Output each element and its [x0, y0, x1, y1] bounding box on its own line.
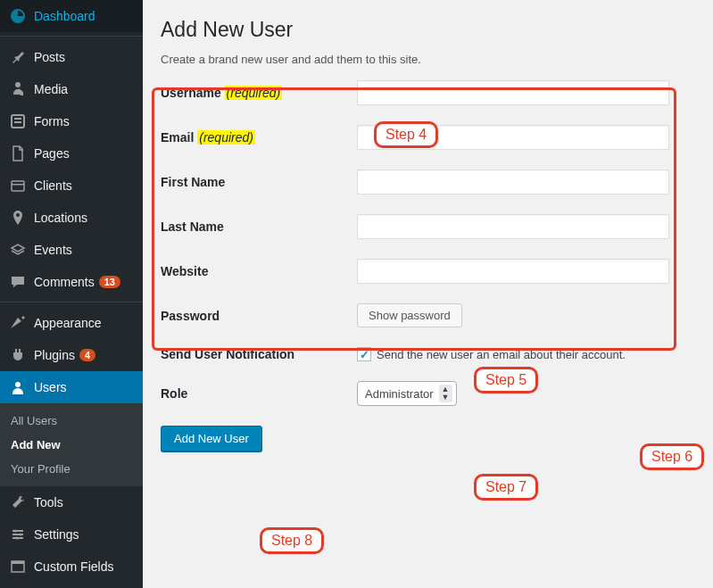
- firstname-label: First Name: [161, 175, 357, 189]
- website-label: Website: [161, 264, 357, 278]
- comment-icon: [9, 273, 27, 291]
- sidebar-label: Tools: [34, 495, 63, 509]
- tools-icon: [9, 493, 27, 511]
- email-label: Email (required): [161, 130, 357, 145]
- sidebar-label: Locations: [34, 211, 87, 225]
- email-input[interactable]: [357, 125, 669, 150]
- sidebar-item-locations[interactable]: Locations: [0, 202, 143, 234]
- pin-icon: [9, 48, 27, 66]
- user-form: Username (required) Email (required) Fir…: [161, 80, 695, 451]
- role-label: Role: [161, 386, 357, 401]
- show-password-button[interactable]: Show password: [357, 303, 462, 327]
- submenu-all-users[interactable]: All Users: [0, 409, 143, 433]
- svg-rect-13: [12, 561, 24, 564]
- sidebar-label: Users: [34, 380, 67, 394]
- lastname-label: Last Name: [161, 219, 357, 234]
- media-icon: [9, 80, 27, 98]
- firstname-input[interactable]: [357, 170, 669, 195]
- sidebar-item-tools[interactable]: Tools: [0, 486, 143, 518]
- sidebar-item-posts[interactable]: Posts: [0, 41, 143, 73]
- sidebar-item-clients[interactable]: Clients: [0, 170, 143, 202]
- forms-icon: [9, 112, 27, 130]
- sidebar-item-plugins[interactable]: Plugins 4: [0, 339, 143, 371]
- username-label: Username (required): [161, 86, 357, 100]
- add-new-user-button[interactable]: Add New User: [161, 426, 262, 451]
- comments-badge: 13: [99, 276, 120, 288]
- notification-checkbox[interactable]: ✓: [357, 347, 371, 361]
- svg-point-5: [15, 382, 21, 387]
- sidebar-label: Forms: [34, 114, 70, 128]
- submenu-your-profile[interactable]: Your Profile: [0, 457, 143, 481]
- label-text: Username: [161, 86, 221, 100]
- sidebar-label: Pages: [34, 146, 70, 161]
- plugins-badge: 4: [79, 349, 95, 361]
- required-badge: (required): [197, 130, 255, 145]
- svg-rect-3: [12, 181, 24, 191]
- sidebar-label: Posts: [34, 50, 65, 64]
- active-pointer: [143, 380, 151, 394]
- sidebar-label: Appearance: [34, 316, 102, 330]
- notification-label: Send User Notification: [161, 347, 357, 361]
- svg-point-11: [16, 537, 19, 540]
- website-input[interactable]: [357, 259, 669, 284]
- select-arrows-icon: ▲▼: [439, 385, 452, 402]
- role-value: Administrator: [365, 387, 434, 401]
- svg-rect-1: [14, 118, 21, 120]
- sidebar-label: Dashboard: [34, 9, 95, 23]
- sidebar-label: Media: [34, 82, 68, 96]
- role-select[interactable]: Administrator ▲▼: [357, 381, 457, 406]
- password-label: Password: [161, 309, 357, 323]
- svg-rect-2: [14, 121, 21, 123]
- sidebar-label: Settings: [34, 527, 79, 542]
- sidebar-label: Comments: [34, 275, 95, 289]
- sidebar-item-users[interactable]: Users: [0, 371, 143, 403]
- svg-rect-4: [12, 184, 24, 186]
- sidebar-label: Plugins: [34, 348, 75, 362]
- sidebar-item-dashboard[interactable]: Dashboard: [0, 0, 143, 32]
- pages-icon: [9, 145, 27, 162]
- page-description: Create a brand new user and add them to …: [161, 53, 695, 66]
- sidebar-item-pages[interactable]: Pages: [0, 137, 143, 170]
- sidebar-item-comments[interactable]: Comments 13: [0, 266, 143, 298]
- sidebar-item-appearance[interactable]: Appearance: [0, 307, 143, 339]
- submenu-add-new[interactable]: Add New: [0, 433, 143, 457]
- customfields-icon: [9, 558, 27, 576]
- dashboard-icon: [9, 7, 27, 25]
- events-icon: [9, 241, 27, 259]
- separator: [0, 298, 143, 302]
- label-text: Email: [161, 130, 194, 145]
- sidebar-label: Custom Fields: [34, 559, 113, 574]
- separator: [0, 32, 143, 37]
- settings-icon: [9, 526, 27, 543]
- sidebar-item-events[interactable]: Events: [0, 234, 143, 266]
- svg-point-9: [14, 530, 17, 533]
- sidebar-label: Clients: [34, 178, 72, 193]
- users-icon: [9, 378, 27, 396]
- clients-icon: [9, 177, 27, 195]
- sidebar-label: Events: [34, 243, 72, 257]
- users-submenu: All Users Add New Your Profile: [0, 403, 143, 486]
- username-input[interactable]: [357, 80, 669, 105]
- required-badge: (required): [225, 86, 283, 100]
- sidebar-item-forms[interactable]: Forms: [0, 105, 143, 137]
- svg-point-10: [20, 534, 22, 536]
- location-icon: [9, 209, 27, 227]
- appearance-icon: [9, 314, 27, 332]
- sidebar-item-options[interactable]: Options: [0, 583, 143, 588]
- plugin-icon: [9, 346, 27, 364]
- main-content: Add New User Create a brand new user and…: [143, 0, 713, 588]
- admin-sidebar: Dashboard Posts Media Forms Pages Client…: [0, 0, 143, 588]
- page-title: Add New User: [161, 18, 695, 42]
- lastname-input[interactable]: [357, 214, 669, 239]
- sidebar-item-media[interactable]: Media: [0, 73, 143, 105]
- sidebar-item-settings[interactable]: Settings: [0, 518, 143, 551]
- notification-text: Send the new user an email about their a…: [377, 348, 626, 361]
- sidebar-item-custom-fields[interactable]: Custom Fields: [0, 551, 143, 583]
